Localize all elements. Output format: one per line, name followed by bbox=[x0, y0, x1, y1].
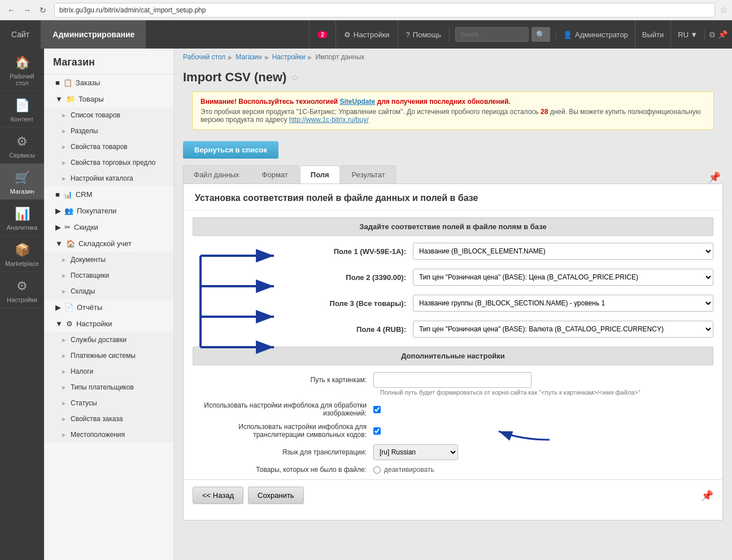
missing-items-radio-input[interactable] bbox=[373, 466, 381, 474]
bottom-pin-icon[interactable]: 📌 bbox=[701, 489, 713, 502]
sidebar-item-settings[interactable]: ⚙ Настройки bbox=[0, 272, 44, 308]
payment-label: Платежные системы bbox=[71, 352, 136, 360]
field-select-3[interactable]: Название группы (B_IBLOCK_SECTION.NAME) … bbox=[413, 295, 713, 312]
sidebar-item-crm[interactable]: ■ 📊 CRM bbox=[44, 186, 173, 203]
back-to-list-button[interactable]: Вернуться в список bbox=[183, 141, 278, 159]
missing-items-radio: деактивировать bbox=[373, 466, 434, 474]
site-nav-item[interactable]: Сайт bbox=[0, 20, 41, 49]
path-label: Путь к картинкам: bbox=[193, 376, 373, 384]
language-selector[interactable]: RU ▼ bbox=[670, 20, 704, 49]
settings-item[interactable]: ⚙ Настройки bbox=[336, 20, 398, 49]
additional-settings: Путь к картинкам: Полный путь будет форм… bbox=[184, 372, 722, 474]
breadcrumb-desktop[interactable]: Рабочий стол bbox=[183, 53, 225, 61]
sidebar-item-delivery[interactable]: Службы доставки bbox=[44, 332, 173, 348]
sidebar-item-discounts[interactable]: ▶ ✂ Скидки bbox=[44, 219, 173, 235]
page-title: Import CSV (new) bbox=[183, 70, 286, 85]
tab-format[interactable]: Формат bbox=[251, 165, 299, 183]
crm-bullet: ■ bbox=[55, 190, 60, 199]
path-input[interactable] bbox=[373, 372, 531, 388]
sidebar-item-payment[interactable]: Платежные системы bbox=[44, 348, 173, 364]
field-select-2[interactable]: Тип цен "Розничная цена" (BASE): Цена (B… bbox=[413, 269, 713, 286]
prev-button[interactable]: << Назад bbox=[193, 487, 243, 504]
search-button[interactable]: 🔍 bbox=[531, 27, 550, 42]
sidebar-item-reports[interactable]: ▶ 📄 Отчёты bbox=[44, 299, 173, 316]
tab-fields[interactable]: Поля bbox=[300, 165, 340, 183]
sidebar-item-desktop[interactable]: 🏠 Рабочий стол bbox=[0, 49, 44, 91]
content-area: Рабочий стол ▶ Магазин ▶ Настройки ▶ Имп… bbox=[174, 49, 732, 560]
exit-button[interactable]: Выйти bbox=[635, 20, 671, 49]
field-select-1[interactable]: Название (B_IBLOCK_ELEMENT.NAME) bbox=[413, 243, 713, 260]
breadcrumb-settings[interactable]: Настройки bbox=[272, 53, 306, 61]
sidebar-item-analytics[interactable]: 📊 Аналитика bbox=[0, 200, 44, 236]
properties-label: Свойства товаров bbox=[71, 143, 128, 151]
help-item[interactable]: ? Помощь bbox=[398, 20, 449, 49]
sidebar-item-warehouse[interactable]: ▼ 🏠 Складской учет bbox=[44, 235, 173, 252]
save-button[interactable]: Сохранить bbox=[248, 487, 304, 504]
content-panel: Внимание! Воспользуйтесь технологией Sit… bbox=[183, 91, 723, 520]
sidebar-item-properties[interactable]: Свойства товаров bbox=[44, 139, 173, 155]
sidebar-item-sections[interactable]: Разделы bbox=[44, 123, 173, 139]
sidebar-label-desktop: Рабочий стол bbox=[3, 73, 41, 86]
sidebar-item-marketplace[interactable]: 📦 Marketplace bbox=[0, 236, 44, 272]
bookmark-star-icon[interactable]: ☆ bbox=[720, 5, 727, 15]
sidebar-item-statuses[interactable]: Статусы bbox=[44, 395, 173, 411]
settings-label: Настройки bbox=[354, 30, 390, 39]
field-select-4[interactable]: Тип цен "Розничная цена" (BASE): Валюта … bbox=[413, 321, 713, 338]
sidebar-item-taxes[interactable]: Налоги bbox=[44, 364, 173, 379]
notifications-item[interactable]: 2 bbox=[309, 20, 336, 49]
nav-settings-arrow: ▼ bbox=[55, 320, 63, 328]
sidebar-item-shop[interactable]: 🛒 Магазин bbox=[0, 164, 44, 200]
sidebar-item-payer-types[interactable]: Типы плательщиков bbox=[44, 379, 173, 395]
sidebar-item-goods-list[interactable]: Список товаров bbox=[44, 107, 173, 123]
sidebar-item-warehouses-list[interactable]: Склады bbox=[44, 283, 173, 299]
field-row-1: Поле 1 (WV-59E-1A): Название (B_IBLOCK_E… bbox=[283, 243, 713, 260]
use-iblock-translit-checkbox[interactable] bbox=[373, 427, 381, 435]
admin-nav-item[interactable]: Администрирование bbox=[41, 20, 146, 49]
url-bar[interactable] bbox=[54, 3, 715, 18]
refresh-btn[interactable]: ↻ bbox=[36, 3, 50, 17]
field-label-1: Поле 1 (WV-59E-1A): bbox=[283, 247, 413, 256]
warehouse-icon: 🏠 bbox=[66, 239, 75, 248]
sidebar-item-trade-props[interactable]: Свойства торговых предло bbox=[44, 155, 173, 170]
sidebar-item-locations[interactable]: Местоположения bbox=[44, 427, 173, 443]
sidebar-item-nav-settings[interactable]: ▼ ⚙ Настройки bbox=[44, 316, 173, 332]
siteupdate-link[interactable]: SiteUpdate bbox=[340, 98, 376, 106]
discounts-label: Скидки bbox=[74, 223, 98, 231]
lang-select[interactable]: [ru] Russian bbox=[373, 444, 458, 460]
back-btn[interactable]: ← bbox=[5, 3, 18, 17]
services-icon: ⚙ bbox=[16, 134, 28, 149]
orders-icon: 📋 bbox=[63, 78, 72, 87]
sidebar-label-analytics: Аналитика bbox=[7, 224, 37, 231]
sidebar-item-order-props[interactable]: Свойства заказа bbox=[44, 411, 173, 427]
pin-icon[interactable]: 📌 bbox=[718, 30, 727, 39]
additional-settings-header: Дополнительные настройки bbox=[193, 347, 713, 365]
tabs-pin-icon[interactable]: 📌 bbox=[708, 171, 723, 183]
sidebar-item-orders[interactable]: ■ 📋 Заказы bbox=[44, 75, 173, 91]
lang-label: Язык для транслитерации: bbox=[193, 448, 373, 456]
tab-result[interactable]: Результат bbox=[341, 165, 396, 183]
documents-label: Документы bbox=[71, 256, 106, 264]
use-iblock-images-row: Использовать настройки инфоблока для обр… bbox=[193, 401, 713, 417]
window-icon[interactable]: ⧉ bbox=[709, 30, 715, 40]
forward-btn[interactable]: → bbox=[20, 3, 34, 17]
sidebar-item-services[interactable]: ⚙ Сервисы bbox=[0, 128, 44, 164]
buyers-icon: 👥 bbox=[64, 207, 73, 215]
sidebar-item-catalog-settings[interactable]: Настройки каталога bbox=[44, 170, 173, 186]
sidebar-item-suppliers[interactable]: Поставщики bbox=[44, 268, 173, 283]
chevron-down-icon: ▼ bbox=[690, 30, 698, 39]
breadcrumb-shop[interactable]: Магазин bbox=[236, 53, 262, 61]
use-iblock-images-checkbox[interactable] bbox=[373, 406, 381, 413]
search-input[interactable] bbox=[455, 27, 529, 42]
sidebar-item-content[interactable]: 📄 Контент bbox=[0, 91, 44, 128]
shop-icon: 🛒 bbox=[15, 170, 30, 185]
favorite-star-icon[interactable]: ☆ bbox=[291, 72, 299, 83]
sidebar-item-goods[interactable]: ▼ 📁 Товары bbox=[44, 91, 173, 107]
buyers-bullet: ▶ bbox=[55, 207, 61, 215]
sidebar-item-documents[interactable]: Документы bbox=[44, 252, 173, 268]
use-iblock-images-label: Использовать настройки инфоблока для обр… bbox=[193, 401, 373, 417]
sidebar-label-services: Сервисы bbox=[9, 152, 35, 159]
sidebar-item-buyers[interactable]: ▶ 👥 Покупатели bbox=[44, 203, 173, 219]
goods-icon: 📁 bbox=[66, 95, 75, 103]
tab-file[interactable]: Файл данных bbox=[183, 165, 250, 183]
buy-link[interactable]: http://www.1c-bitrix.ru/buy/ bbox=[289, 116, 369, 124]
